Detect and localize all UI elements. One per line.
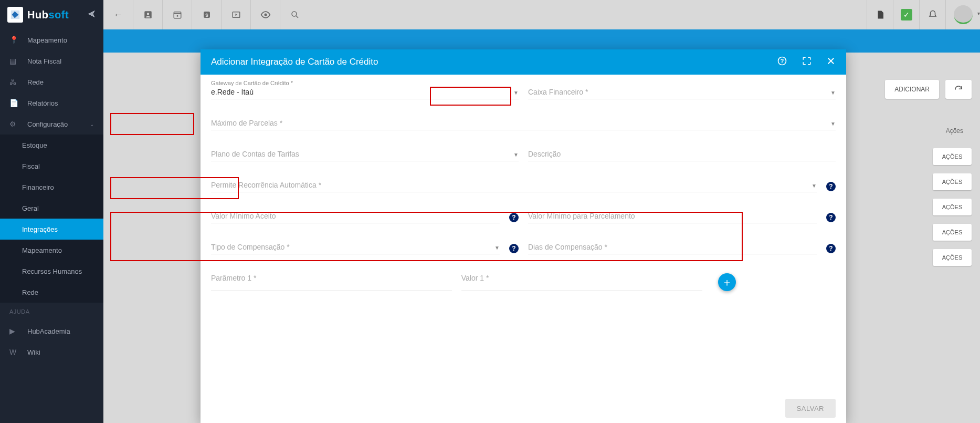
topbar-media-button[interactable] (221, 0, 250, 29)
sidebar-sub-financeiro[interactable]: Financeiro (0, 177, 103, 198)
svg-point-8 (292, 12, 297, 16)
dropdown-icon: ▼ (830, 90, 836, 96)
dropdown-icon: ▼ (513, 90, 519, 96)
logo-text-soft: soft (48, 9, 69, 21)
svg-point-3 (176, 15, 178, 17)
network-icon: 🖧 (9, 78, 18, 86)
field-dias-compensacao[interactable]: Dias de Compensação * (528, 242, 817, 254)
topbar-search-button[interactable] (280, 0, 309, 29)
topbar-bell-button[interactable] (919, 0, 945, 29)
help-icon[interactable]: ? (509, 213, 519, 222)
field-valor-minimo-parcelamento[interactable]: Valor Mínimo para Parcelamento (528, 211, 817, 223)
topbar-eye-button[interactable] (250, 0, 280, 29)
sidebar-collapse-icon[interactable]: ⮜ (88, 10, 96, 19)
svg-text:?: ? (781, 58, 784, 64)
field-recorrencia[interactable]: Permite Recorrência Automática * ▼ (211, 180, 817, 192)
modal-header: Adicionar Integração de Cartão de Crédit… (201, 49, 846, 75)
row-actions-button[interactable]: AÇÕES (933, 173, 972, 190)
topbar-calendar-button[interactable] (162, 0, 192, 29)
row-actions-button[interactable]: AÇÕES (933, 224, 972, 241)
logo-icon (7, 7, 23, 23)
svg-point-7 (264, 14, 267, 16)
sidebar-sub-fiscal[interactable]: Fiscal (0, 156, 103, 177)
help-icon[interactable]: ? (509, 244, 519, 253)
row-actions-button[interactable]: AÇÕES (933, 249, 972, 266)
field-gateway[interactable]: Gateway de Cartão de Crédito * e.Rede - … (211, 87, 519, 99)
check-icon: ✓ (901, 9, 912, 20)
sidebar-item-rede[interactable]: 🖧Rede (0, 71, 103, 92)
modal-title: Adicionar Integração de Cartão de Crédit… (211, 57, 378, 67)
modal-add-cc-integration: Adicionar Integração de Cartão de Crédit… (201, 49, 846, 423)
field-parametro-1[interactable]: Parâmetro 1 * (211, 273, 452, 291)
row-actions-button[interactable]: AÇÕES (933, 199, 972, 215)
help-icon[interactable]: ? (826, 244, 836, 253)
topbar-contact-button[interactable] (133, 0, 162, 29)
field-descricao[interactable]: Descrição (528, 149, 836, 161)
sidebar-submenu-configuracao: Estoque Fiscal Financeiro Geral Integraç… (0, 135, 103, 303)
topbar-avatar-button[interactable] (945, 0, 980, 29)
sidebar-section-ajuda: AJUDA (0, 303, 103, 321)
sidebar-item-wiki[interactable]: WWiki (0, 342, 103, 363)
modal-help-icon[interactable]: ? (777, 56, 787, 69)
refresh-button[interactable] (945, 80, 972, 99)
field-valor-1[interactable]: Valor 1 * (461, 273, 702, 291)
modal-body: Gateway de Cartão de Crédito * e.Rede - … (201, 75, 846, 393)
modal-close-icon[interactable] (826, 56, 836, 68)
help-icon[interactable]: ? (826, 182, 836, 191)
field-plano-contas[interactable]: Plano de Contas de Tarifas ▼ (211, 149, 519, 161)
topbar: ← $ ✓ (103, 0, 980, 29)
help-icon[interactable]: ? (826, 213, 836, 222)
svg-point-1 (146, 13, 149, 15)
field-valor-minimo-aceito[interactable]: Valor Mínimo Aceito (211, 211, 500, 223)
modal-footer: SALVAR (201, 393, 846, 423)
sidebar-sub-integracoes[interactable]: Integrações (0, 219, 103, 240)
save-button[interactable]: SALVAR (785, 399, 836, 418)
sidebar-sub-mapeamento[interactable]: Mapeamento (0, 240, 103, 261)
column-header-acoes: Ações (946, 127, 963, 135)
topbar-back-button[interactable]: ← (103, 0, 133, 29)
field-caixa-financeiro[interactable]: Caixa Financeiro * ▼ (528, 87, 836, 99)
sidebar-item-hubacademia[interactable]: ▶HubAcademia (0, 321, 103, 342)
field-gateway-value: e.Rede - Itaú (211, 88, 254, 96)
field-tipo-compensacao[interactable]: Tipo de Compensação * ▼ (211, 242, 500, 254)
sidebar-sub-geral[interactable]: Geral (0, 198, 103, 219)
row-actions-button[interactable]: AÇÕES (933, 148, 972, 165)
field-maximo-parcelas[interactable]: Máximo de Parcelas * ▼ (211, 118, 836, 130)
sidebar-item-relatorios[interactable]: 📄Relatórios (0, 92, 103, 114)
dropdown-icon: ▼ (513, 152, 519, 158)
logo-bar: Hubsoft ⮜ (0, 0, 103, 29)
sidebar-sub-recursos-humanos[interactable]: Recursos Humanos (0, 261, 103, 282)
gear-icon: ⚙ (9, 120, 18, 128)
sidebar-item-configuracao[interactable]: ⚙Configuração (0, 114, 103, 135)
add-parameter-button[interactable]: ＋ (718, 273, 736, 291)
modal-fullscreen-icon[interactable] (802, 56, 812, 68)
sidebar-item-nota-fiscal[interactable]: ▤Nota Fiscal (0, 50, 103, 71)
list-icon: ▤ (9, 57, 18, 65)
dropdown-icon: ▼ (830, 121, 836, 127)
play-icon: ▶ (9, 327, 18, 335)
dropdown-icon: ▼ (494, 245, 500, 251)
avatar-icon (954, 5, 973, 24)
sidebar-sub-rede[interactable]: Rede (0, 282, 103, 303)
svg-text:$: $ (205, 12, 208, 18)
document-icon: 📄 (9, 99, 18, 107)
logo-text-hub: Hub (27, 9, 48, 21)
dropdown-icon: ▼ (812, 183, 817, 189)
topbar-money-button[interactable]: $ (192, 0, 221, 29)
pin-icon: 📍 (9, 36, 18, 44)
add-button[interactable]: ADICIONAR (885, 80, 939, 99)
sidebar-sub-estoque[interactable]: Estoque (0, 135, 103, 156)
wiki-icon: W (9, 348, 18, 356)
sidebar-item-mapeamento[interactable]: 📍Mapeamento (0, 29, 103, 50)
topbar-pdf-button[interactable] (867, 0, 893, 29)
topbar-check-button[interactable]: ✓ (893, 0, 919, 29)
sidebar: Hubsoft ⮜ 📍Mapeamento ▤Nota Fiscal 🖧Rede… (0, 0, 103, 423)
